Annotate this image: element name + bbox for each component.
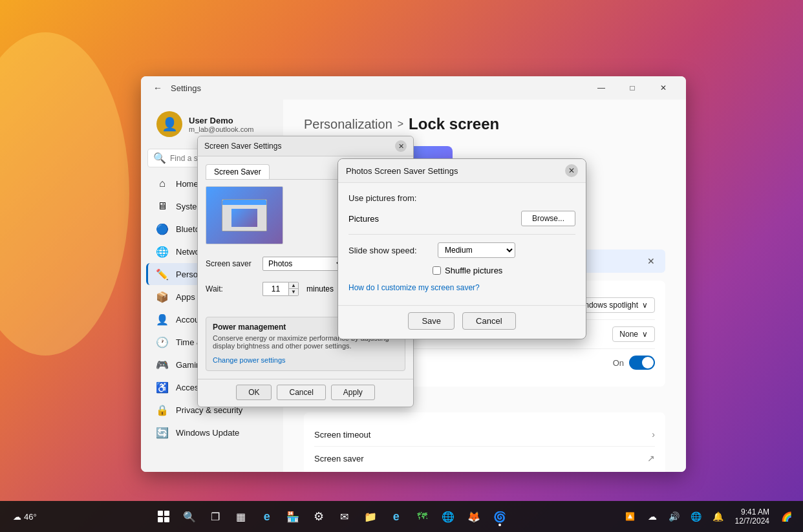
preview-mini-body	[222, 205, 266, 231]
firefox-button[interactable]: 🦊	[462, 505, 486, 528]
bluetooth-icon: 🔵	[156, 223, 168, 235]
mail-button[interactable]: ✉	[333, 505, 356, 528]
desktop: ← Settings — □ ✕ 👤 User Demo m_lab@outlo…	[0, 0, 803, 532]
change-power-settings-link[interactable]: Change power settings	[213, 356, 286, 364]
spin-down-button[interactable]: ▼	[289, 289, 298, 295]
backup-close-button[interactable]: ✕	[647, 256, 655, 266]
sidebar-item-home-label: Home	[176, 179, 198, 189]
system-icon: 🖥	[156, 200, 168, 212]
use-pictures-row: Use pictures from:	[348, 193, 575, 203]
sidebar-item-windows-update-label: Windows Update	[176, 428, 239, 438]
tray-expand-button[interactable]: 🔼	[621, 507, 639, 526]
picture-toggle[interactable]	[629, 356, 655, 370]
files-button[interactable]: 📁	[359, 505, 382, 528]
settings-taskbar-button[interactable]: ⚙	[307, 505, 330, 528]
shuffle-checkbox[interactable]	[433, 266, 441, 275]
chrome-button[interactable]: 🌐	[436, 505, 460, 528]
screensaver-select-label: Screen saver	[206, 259, 257, 268]
minimize-button[interactable]: —	[586, 78, 616, 98]
preview-mini-body-inner	[231, 209, 257, 227]
weather-icon: ☁	[13, 512, 21, 522]
screensaver-dialog-title: Screen Saver Settings	[204, 142, 281, 151]
cancel-button-photos[interactable]: Cancel	[462, 312, 515, 330]
slide-show-speed-select[interactable]: Medium Slow Fast	[438, 242, 515, 258]
start-grid-cell-2	[164, 511, 169, 516]
photos-dialog-titlebar: Photos Screen Saver Settings ✕	[338, 159, 586, 183]
cancel-button-screensaver[interactable]: Cancel	[277, 385, 325, 400]
photos-dialog-title: Photos Screen Saver Settings	[346, 166, 458, 176]
notification-icon[interactable]: 🔔	[709, 507, 727, 526]
color-wheel-icon[interactable]: 🌈	[777, 507, 795, 526]
search-taskbar-button[interactable]: 🔍	[178, 505, 201, 528]
preview-mini-titlebar	[222, 200, 266, 205]
maximize-button[interactable]: □	[617, 78, 647, 98]
spin-up-button[interactable]: ▲	[289, 282, 298, 289]
privacy-icon: 🔒	[156, 404, 168, 416]
related-settings-section: Screen timeout › Screen saver ↗	[304, 412, 665, 472]
start-grid-cell-1	[158, 511, 163, 516]
avatar: 👤	[156, 111, 182, 137]
close-button[interactable]: ✕	[648, 78, 678, 98]
task-view-button[interactable]: ❐	[204, 505, 227, 528]
start-button[interactable]	[152, 505, 175, 528]
windows-update-icon: 🔄	[156, 427, 168, 438]
screensaver-dialog-titlebar: Screen Saver Settings ✕	[198, 136, 413, 156]
screen-timeout-label: Screen timeout	[314, 430, 652, 440]
wait-spinners: ▲ ▼	[288, 282, 299, 296]
wait-input-group: 11 ▲ ▼	[262, 282, 299, 296]
start-grid	[158, 511, 169, 522]
preview-mini-window	[222, 199, 267, 231]
save-button[interactable]: Save	[408, 312, 455, 330]
active-app-button[interactable]: 🌀	[488, 505, 511, 528]
user-info: User Demo m_lab@outlook.com	[189, 116, 253, 133]
network-tray-icon[interactable]: 🌐	[687, 507, 705, 526]
gaming-icon: 🎮	[156, 359, 168, 370]
ok-button[interactable]: OK	[236, 385, 272, 400]
store-button[interactable]: 🏪	[281, 505, 305, 528]
browse-button[interactable]: Browse...	[521, 211, 575, 226]
screensaver-dialog-footer: OK Cancel Apply	[198, 379, 413, 407]
status-dropdown[interactable]: None ∨	[612, 326, 655, 342]
taskbar-center: 🔍 ❐ ▦ e 🏪 ⚙ ✉ 📁 e 🗺 🌐 🦊 🌀	[45, 505, 619, 528]
onedrive-icon[interactable]: ☁	[643, 507, 661, 526]
screensaver-select[interactable]: Photos	[262, 257, 345, 271]
system-clock[interactable]: 9:41 AM 12/7/2024	[731, 506, 773, 527]
screen-saver-row[interactable]: Screen saver ↗	[314, 447, 655, 470]
network-icon: 🌐	[156, 246, 168, 257]
picture-value: On	[613, 356, 655, 370]
preview-inner	[206, 187, 283, 244]
screensaver-dialog-close[interactable]: ✕	[395, 140, 407, 152]
photos-dialog-close-button[interactable]: ✕	[565, 164, 578, 177]
back-button[interactable]: ←	[149, 79, 167, 97]
screen-saver-tab[interactable]: Screen Saver	[206, 164, 270, 179]
taskbar-right: 🔼 ☁ 🔊 🌐 🔔 9:41 AM 12/7/2024 🌈	[621, 506, 795, 527]
volume-icon[interactable]: 🔊	[665, 507, 683, 526]
chevron-down-icon2: ∨	[642, 330, 648, 339]
wait-input[interactable]: 11	[262, 282, 288, 296]
picture-on-label: On	[613, 358, 624, 368]
msedge2-button[interactable]: e	[385, 505, 408, 528]
weather-widget[interactable]: ☁ 46°	[8, 509, 42, 524]
chevron-right-icon: ›	[652, 429, 655, 440]
how-to-customize-link[interactable]: How do I customize my screen saver?	[348, 283, 575, 292]
screensaver-preview-box	[206, 186, 283, 244]
clock-time: 9:41 AM	[735, 507, 769, 516]
edge-button[interactable]: e	[255, 505, 279, 528]
chevron-down-icon: ∨	[642, 301, 648, 310]
apply-button[interactable]: Apply	[331, 385, 375, 400]
shuffle-label: Shuffle pictures	[445, 266, 502, 275]
use-pictures-label: Use pictures from:	[348, 193, 433, 203]
screen-timeout-row[interactable]: Screen timeout ›	[314, 423, 655, 447]
breadcrumb-arrow: >	[398, 118, 403, 130]
wait-label: Wait:	[206, 284, 257, 293]
accessibility-icon: ♿	[156, 381, 168, 393]
photos-dialog: Photos Screen Saver Settings ✕ Use pictu…	[337, 158, 586, 339]
account-icon: 👤	[156, 314, 168, 325]
sidebar-item-windows-update[interactable]: 🔄 Windows Update	[146, 421, 278, 443]
widgets-button[interactable]: ▦	[230, 505, 253, 528]
window-controls: — □ ✕	[586, 78, 678, 98]
personalization-icon: ✏️	[156, 268, 168, 280]
maps-button[interactable]: 🗺	[411, 505, 434, 528]
external-link-icon: ↗	[647, 453, 655, 463]
taskbar-left: ☁ 46°	[8, 509, 42, 524]
